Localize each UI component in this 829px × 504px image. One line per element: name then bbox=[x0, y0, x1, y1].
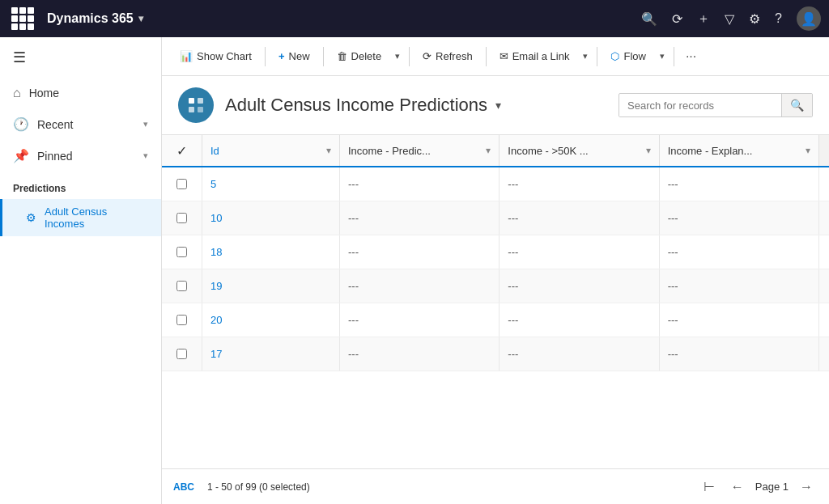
svg-rect-2 bbox=[189, 107, 194, 112]
table-row: 18 --- --- --- bbox=[162, 235, 829, 269]
id-filter-icon[interactable]: ▾ bbox=[326, 145, 331, 156]
pinned-chevron-icon: ▾ bbox=[143, 150, 148, 161]
row-spacer-0 bbox=[819, 167, 829, 201]
row-id-5[interactable]: 17 bbox=[202, 337, 340, 371]
row-income-pred-4: --- bbox=[340, 303, 500, 337]
row-check-2[interactable] bbox=[162, 235, 202, 269]
row-checkbox-3[interactable] bbox=[176, 281, 187, 291]
sidebar-item-adult-census-incomes[interactable]: ⚙ Adult Census Incomes bbox=[0, 199, 161, 236]
row-income-50k-3: --- bbox=[500, 269, 659, 303]
search-icon[interactable]: 🔍 bbox=[641, 11, 657, 27]
new-button[interactable]: + New bbox=[270, 45, 318, 67]
grid-scrollbar-header bbox=[819, 135, 829, 166]
sidebar-home-label: Home bbox=[29, 87, 59, 100]
row-spacer-1 bbox=[819, 201, 829, 235]
row-id-2[interactable]: 18 bbox=[202, 235, 340, 269]
row-income-50k-1: --- bbox=[500, 201, 659, 235]
page-header: Adult Census Income Predictions ▾ 🔍 bbox=[162, 76, 829, 135]
svg-rect-3 bbox=[198, 107, 203, 112]
row-income-explan-2: --- bbox=[660, 235, 819, 269]
svg-rect-1 bbox=[198, 98, 203, 104]
settings-icon[interactable]: ⚙ bbox=[749, 11, 760, 27]
page-label: Page 1 bbox=[755, 481, 789, 493]
toolbar-divider-3 bbox=[409, 47, 410, 66]
data-grid-area: ✓ Id ▾ Income - Predic... ▾ Income - >50… bbox=[162, 135, 829, 504]
main-content: 📊 Show Chart + New 🗑 Delete ▾ ⟳ Refresh … bbox=[162, 37, 829, 504]
row-check-0[interactable] bbox=[162, 167, 202, 201]
checkmark-icon: ✓ bbox=[176, 143, 187, 159]
sidebar-adult-census-label: Adult Census Incomes bbox=[45, 205, 148, 230]
sidebar-item-recent[interactable]: 🕐 Recent ▾ bbox=[0, 108, 161, 140]
row-id-4[interactable]: 20 bbox=[202, 303, 340, 337]
next-page-button[interactable]: → bbox=[795, 476, 818, 498]
email-link-button[interactable]: ✉ Email a Link bbox=[491, 45, 578, 67]
row-spacer-5 bbox=[819, 337, 829, 371]
top-nav-icon-group: 🔍 ⟳ ＋ ▽ ⚙ ? 👤 bbox=[641, 6, 821, 31]
row-check-4[interactable] bbox=[162, 303, 202, 337]
email-chevron[interactable]: ▾ bbox=[579, 46, 592, 66]
filter-icon[interactable]: ▽ bbox=[725, 11, 734, 27]
row-checkbox-0[interactable] bbox=[176, 179, 187, 189]
grid-header: ✓ Id ▾ Income - Predic... ▾ Income - >50… bbox=[162, 135, 829, 167]
brand-chevron[interactable]: ▾ bbox=[138, 13, 143, 24]
table-row: 17 --- --- --- bbox=[162, 337, 829, 371]
row-income-pred-2: --- bbox=[340, 235, 500, 269]
first-page-button[interactable]: ⊢ bbox=[699, 476, 720, 498]
show-chart-button[interactable]: 📊 Show Chart bbox=[172, 45, 260, 67]
row-income-pred-5: --- bbox=[340, 337, 500, 371]
abc-label: ABC bbox=[173, 481, 194, 493]
row-checkbox-2[interactable] bbox=[176, 247, 187, 257]
add-icon[interactable]: ＋ bbox=[697, 11, 710, 28]
col-income-pred-label: Income - Predic... bbox=[348, 145, 431, 157]
row-checkbox-1[interactable] bbox=[176, 213, 187, 223]
row-id-0[interactable]: 5 bbox=[202, 167, 340, 201]
flow-chevron[interactable]: ▾ bbox=[656, 46, 669, 66]
toolbar: 📊 Show Chart + New 🗑 Delete ▾ ⟳ Refresh … bbox=[162, 37, 829, 76]
refresh-button[interactable]: ⟳ Refresh bbox=[414, 45, 481, 67]
apps-grid-icon[interactable] bbox=[8, 4, 37, 33]
row-id-3[interactable]: 19 bbox=[202, 269, 340, 303]
more-options-button[interactable]: ··· bbox=[679, 44, 703, 69]
sidebar-item-pinned[interactable]: 📌 Pinned ▾ bbox=[0, 140, 161, 172]
sidebar-item-home[interactable]: ⌂ Home bbox=[0, 78, 161, 108]
toolbar-divider-2 bbox=[323, 47, 324, 66]
flow-button[interactable]: ⬡ Flow bbox=[602, 45, 653, 67]
row-income-pred-1: --- bbox=[340, 201, 500, 235]
row-check-3[interactable] bbox=[162, 269, 202, 303]
toolbar-divider-4 bbox=[486, 47, 487, 66]
search-input[interactable] bbox=[619, 95, 781, 116]
recent-icon: 🕐 bbox=[13, 116, 29, 132]
delete-button[interactable]: 🗑 Delete bbox=[329, 45, 390, 67]
income-50k-filter-icon[interactable]: ▾ bbox=[646, 145, 651, 156]
activity-icon[interactable]: ⟳ bbox=[672, 11, 682, 27]
page-icon bbox=[178, 87, 214, 123]
row-checkbox-5[interactable] bbox=[176, 349, 187, 359]
delete-chevron[interactable]: ▾ bbox=[391, 46, 404, 66]
row-check-1[interactable] bbox=[162, 201, 202, 235]
row-income-explan-0: --- bbox=[660, 167, 819, 201]
grid-select-all-check[interactable]: ✓ bbox=[162, 135, 202, 166]
row-checkbox-4[interactable] bbox=[176, 315, 187, 325]
avatar[interactable]: 👤 bbox=[797, 6, 821, 31]
search-button[interactable]: 🔍 bbox=[781, 94, 812, 116]
search-box: 🔍 bbox=[619, 93, 813, 117]
sidebar-section-predictions: Predictions bbox=[0, 172, 161, 199]
row-check-5[interactable] bbox=[162, 337, 202, 371]
toolbar-divider-6 bbox=[674, 47, 674, 66]
page-title-chevron[interactable]: ▾ bbox=[495, 99, 501, 112]
row-id-1[interactable]: 10 bbox=[202, 201, 340, 235]
help-icon[interactable]: ? bbox=[775, 11, 782, 26]
sidebar-toggle-button[interactable]: ☰ bbox=[0, 37, 161, 78]
grid-col-income-explan: Income - Explan... ▾ bbox=[660, 135, 819, 166]
income-explan-filter-icon[interactable]: ▾ bbox=[806, 145, 810, 156]
row-spacer-2 bbox=[819, 235, 829, 269]
income-pred-filter-icon[interactable]: ▾ bbox=[486, 145, 491, 156]
row-spacer-3 bbox=[819, 269, 829, 303]
email-icon: ✉ bbox=[500, 50, 508, 62]
col-id-label: Id bbox=[210, 145, 219, 157]
table-row: 19 --- --- --- bbox=[162, 269, 829, 303]
row-income-pred-3: --- bbox=[340, 269, 500, 303]
prev-page-button[interactable]: ← bbox=[726, 476, 749, 498]
row-income-50k-4: --- bbox=[500, 303, 659, 337]
flow-icon: ⬡ bbox=[610, 50, 619, 62]
